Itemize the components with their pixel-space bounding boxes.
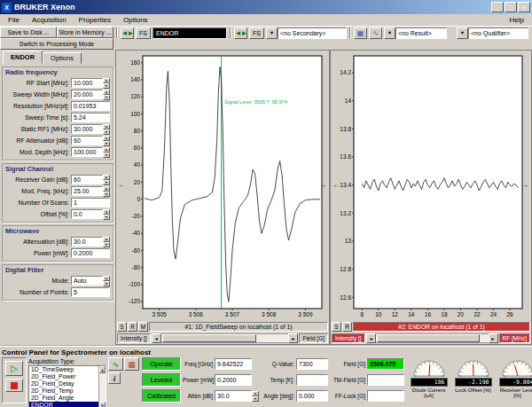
menu-options[interactable]: Options [117,15,154,25]
param-input[interactable]: 30.000 [71,124,103,134]
tab-endor[interactable]: ENDOR [3,51,43,64]
param-input[interactable]: 30.0 [71,237,103,247]
spinner[interactable]: ▲▼ [103,276,110,286]
menu-help[interactable]: Help [504,15,530,25]
param-input[interactable]: 25.00 [71,186,103,196]
pan-right-icon[interactable]: → [319,182,326,189]
primary-fullscale-button[interactable]: FS [136,27,151,39]
spin-down-icon[interactable]: ▼ [103,180,110,185]
list-item[interactable]: 2D_Field_Temp [29,387,98,395]
list-scrollbar[interactable]: ▲ ▼ [98,366,106,407]
menu-properties[interactable]: Properties [73,15,117,25]
field-value[interactable]: 0.2000 [215,374,252,386]
scroll-track[interactable] [376,333,489,343]
viewer-s-button[interactable]: S [117,322,127,332]
param-input[interactable]: 5.24 [71,113,110,122]
result-list-icon[interactable]: ▦ [354,27,367,39]
param-input[interactable]: 10.000 [71,78,103,88]
primary-dataset-display[interactable]: ENDOR [153,27,227,39]
scroll-up-icon[interactable]: ▲ [99,366,106,373]
param-input[interactable]: 1 [71,198,110,207]
param-input[interactable]: 0.0 [71,209,103,219]
spin-down-icon[interactable]: ▼ [103,242,110,247]
close-button[interactable]: × [518,2,530,12]
menu-file[interactable]: File [2,15,26,25]
scroll-right-icon[interactable]: ► [288,333,298,343]
fieldsweep-chart[interactable]: 160140120100806040200-20-40-60-80-100-12… [116,51,329,321]
endor-chart[interactable]: 14.21413.813.613.413.21312.812.681012141… [331,51,531,321]
field-value[interactable] [296,374,328,386]
menu-acquisition[interactable]: Acquisition [26,15,73,25]
scroll-thumb[interactable] [377,334,481,342]
list-item[interactable]: ENDOR [29,402,98,407]
viewer-r-button[interactable]: R [128,322,137,332]
primary-swap-icon[interactable]: ◄► [121,27,134,39]
spin-down-icon[interactable]: ▼ [103,83,110,89]
list-item[interactable]: 2D_Field_Angle [29,395,98,402]
switch-processing-mode-button[interactable]: Switch to Processing Mode [0,38,113,50]
spin-down-icon[interactable]: ▼ [252,396,259,402]
spin-down-icon[interactable]: ▼ [103,192,110,197]
field-value[interactable]: 3506.675 [367,358,404,370]
store-in-memory-button[interactable]: Store in Memory ... [57,27,113,38]
viewer-s-button[interactable]: S [332,322,341,332]
scroll-track[interactable] [99,373,106,402]
field-value[interactable]: 9.642522 [215,358,252,370]
list-item[interactable]: 2D_Field_Power [29,373,98,380]
param-input[interactable]: 100.000 [71,147,103,157]
fine-tune-icon[interactable]: ▦ [124,357,139,371]
viewer2-scrollbar[interactable]: ◄ ► [366,333,498,343]
secondary-swap-icon[interactable]: ◄► [234,27,247,39]
spin-down-icon[interactable]: ▼ [103,281,110,286]
spin-down-icon[interactable]: ▼ [103,129,110,135]
stop-button[interactable] [5,379,23,392]
list-item[interactable]: 2D_Field_Delay [29,380,98,387]
param-input[interactable]: 60 [71,136,103,145]
spinner[interactable]: ▲▼ [103,186,110,196]
scroll-left-icon[interactable]: ◄ [152,333,161,343]
param-input[interactable]: 5 [71,287,110,297]
param-input[interactable]: 0.01953 [71,101,110,111]
scroll-thumb[interactable] [162,334,256,342]
scroll-down-icon[interactable]: ▼ [99,402,106,407]
secondary-dataset-field[interactable]: <no Secondary> [278,27,347,39]
spinner[interactable]: ▲▼ [103,124,110,134]
secondary-fullscale-button[interactable]: FS [249,27,264,39]
run-button[interactable]: ▷ [5,361,23,376]
tab-options[interactable]: Options [43,52,82,64]
param-input[interactable]: 20.000 [71,90,103,99]
spinner[interactable]: ▲▼ [103,147,110,157]
pan-left-icon[interactable]: ← [118,182,125,189]
field-value[interactable]: 30.0 [215,390,252,402]
list-item[interactable]: 1D_TimeSweep [29,366,98,373]
scroll-right-icon[interactable]: ► [489,333,498,343]
spin-down-icon[interactable]: ▼ [103,141,110,146]
scroll-left-icon[interactable]: ◄ [366,333,376,343]
param-input[interactable]: 60 [71,175,103,184]
spinner[interactable]: ▲▼ [103,136,110,145]
qualifier-field[interactable]: <no Qualifier> [468,27,528,39]
spin-down-icon[interactable]: ▼ [103,153,110,158]
viewer1-scrollbar[interactable]: ◄ ► [152,333,299,343]
param-input[interactable]: 0.2000 [71,248,110,258]
result-graph-icon[interactable]: ∿ [369,27,382,39]
spin-down-icon[interactable]: ▼ [103,215,110,220]
field-value[interactable] [367,374,404,386]
save-to-disk-button[interactable]: Save to Disk ... [0,27,57,38]
scroll-track[interactable] [161,333,289,343]
spinner[interactable]: ▲▼ [103,209,110,219]
spinner[interactable]: ▲▼ [103,90,110,99]
result-field[interactable]: <no Result> [395,27,447,39]
spin-down-icon[interactable]: ▼ [103,95,110,100]
spinner[interactable]: ▲▼ [252,391,259,401]
pan-left-icon[interactable]: ← [332,182,340,189]
spinner[interactable]: ▲▼ [103,237,110,247]
field-value[interactable] [367,390,404,402]
viewer-m-button[interactable]: M [138,322,148,332]
spinner[interactable]: ▲▼ [103,78,110,88]
qualifier-dropdown-icon[interactable]: ▼ [457,27,468,39]
result-dropdown-icon[interactable]: ▼ [384,27,395,39]
pan-right-icon[interactable]: → [521,182,528,189]
viewer-r-button[interactable]: R [342,322,352,332]
tune-icon[interactable]: ∿ [108,357,123,371]
